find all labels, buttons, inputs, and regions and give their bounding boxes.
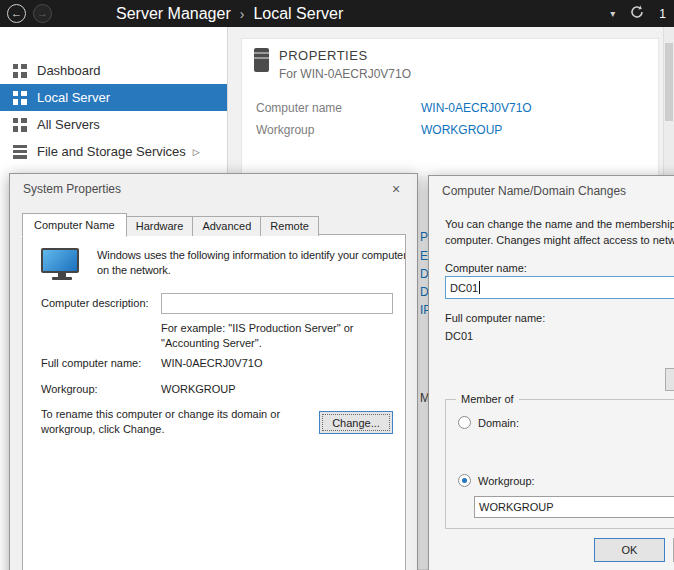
property-label: Computer name [256, 101, 421, 115]
sidebar-item-label: File and Storage Services [37, 144, 186, 159]
full-computer-name-label: Full computer name: [41, 357, 141, 369]
forward-button[interactable]: → [33, 4, 52, 23]
computer-description-label: Computer description: [41, 297, 149, 309]
back-button[interactable]: ← [7, 4, 26, 23]
sidebar-item-label: Dashboard [37, 63, 101, 78]
server-icon [254, 48, 269, 72]
example-text: For example: "IIS Production Server" or … [161, 321, 353, 351]
sidebar-item-label: All Servers [37, 117, 100, 132]
properties-header: PROPERTIES For WIN-0AECRJ0V71O [242, 39, 658, 81]
sidebar-item-local-server[interactable]: Local Server [0, 84, 227, 111]
property-label: Workgroup [256, 123, 421, 137]
member-of-label: Member of [456, 393, 519, 405]
workgroup-label: Workgroup: [41, 383, 98, 395]
chevron-down-icon[interactable]: ▾ [610, 8, 615, 19]
change-button[interactable]: Change... [319, 411, 393, 434]
dialog-title: Computer Name/Domain Changes [442, 184, 626, 198]
domain-radio[interactable] [458, 416, 471, 429]
property-row: Workgroup WORKGROUP [242, 119, 658, 141]
close-icon[interactable]: × [383, 179, 409, 199]
more-button[interactable] [665, 368, 674, 391]
workgroup-radio-row: Workgroup: [458, 474, 535, 487]
workgroup-link[interactable]: WORKGROUP [421, 123, 502, 137]
panel-title: PROPERTIES [279, 48, 411, 63]
computer-name-label: Computer name: [445, 262, 527, 274]
back-arrow-icon: ← [11, 8, 22, 19]
tab-remote[interactable]: Remote [260, 216, 319, 236]
tab-advanced[interactable]: Advanced [192, 216, 261, 236]
forward-arrow-icon: → [37, 8, 48, 19]
monitor-icon [41, 248, 83, 282]
full-computer-name-value: DC01 [445, 330, 473, 342]
breadcrumb-current: Local Server [253, 5, 343, 23]
member-of-groupbox: Member of Domain: Workgroup: WORKGROUP [445, 399, 674, 529]
panel-subtitle: For WIN-0AECRJ0V71O [279, 67, 411, 81]
ok-button[interactable]: OK [594, 538, 665, 562]
all-servers-icon [13, 118, 27, 132]
workgroup-radio-label: Workgroup: [478, 475, 535, 487]
computer-name-domain-changes-dialog: Computer Name/Domain Changes You can cha… [428, 175, 674, 570]
sidebar-item-label: Local Server [37, 90, 110, 105]
refresh-icon[interactable] [630, 5, 644, 22]
sidebar-item-file-storage-services[interactable]: File and Storage Services ▷ [0, 138, 227, 165]
dialog-intro-line2: computer. Changes might affect access to… [445, 234, 674, 246]
titlebar-actions: ▾ 1 [610, 5, 666, 22]
tab-computer-name[interactable]: Computer Name [22, 213, 127, 237]
breadcrumb-separator-icon: › [240, 6, 245, 22]
workgroup-radio[interactable] [458, 474, 471, 487]
dashboard-icon [13, 64, 27, 78]
system-properties-dialog: System Properties × Computer Name Hardwa… [9, 173, 418, 570]
local-server-icon [13, 91, 27, 105]
dialog-title: System Properties [23, 182, 121, 196]
domain-radio-row: Domain: [458, 416, 519, 429]
workgroup-input[interactable]: WORKGROUP [474, 496, 674, 518]
properties-rows: Computer name WIN-0AECRJ0V71O Workgroup … [242, 97, 658, 141]
rename-hint-text: To rename this computer or change its do… [41, 407, 280, 437]
title-bar: ← → Server Manager › Local Server ▾ 1 [0, 0, 674, 27]
breadcrumb-root[interactable]: Server Manager [116, 5, 231, 23]
breadcrumb: Server Manager › Local Server [116, 5, 343, 23]
dialog-intro-line1: You can change the name and the membersh… [445, 218, 674, 230]
scrollbar-thumb[interactable] [665, 43, 673, 121]
sidebar-item-all-servers[interactable]: All Servers [0, 111, 227, 138]
computer-description-input[interactable] [161, 293, 393, 314]
tab-strip: Computer Name Hardware Advanced Remote [22, 213, 318, 236]
tab-page-computer-name: Windows uses the following information t… [22, 234, 406, 570]
property-row: Computer name WIN-0AECRJ0V71O [242, 97, 658, 119]
file-storage-icon [13, 145, 27, 159]
chevron-right-icon: ▷ [193, 147, 200, 157]
intro-text: Windows uses the following information t… [97, 248, 406, 278]
full-computer-name-label: Full computer name: [445, 312, 545, 324]
server-manager-window: ← → Server Manager › Local Server ▾ 1 Da… [0, 0, 674, 570]
sidebar-item-dashboard[interactable]: Dashboard [0, 57, 227, 84]
computer-name-input[interactable]: DC01 [445, 276, 674, 299]
domain-radio-label: Domain: [478, 417, 519, 429]
full-computer-name-value: WIN-0AECRJ0V71O [161, 357, 262, 369]
computer-name-link[interactable]: WIN-0AECRJ0V71O [421, 101, 532, 115]
text-cursor [479, 281, 480, 294]
workgroup-value: WORKGROUP [161, 383, 236, 395]
notifications-flag[interactable]: 1 [659, 7, 666, 21]
tab-hardware[interactable]: Hardware [126, 216, 194, 236]
